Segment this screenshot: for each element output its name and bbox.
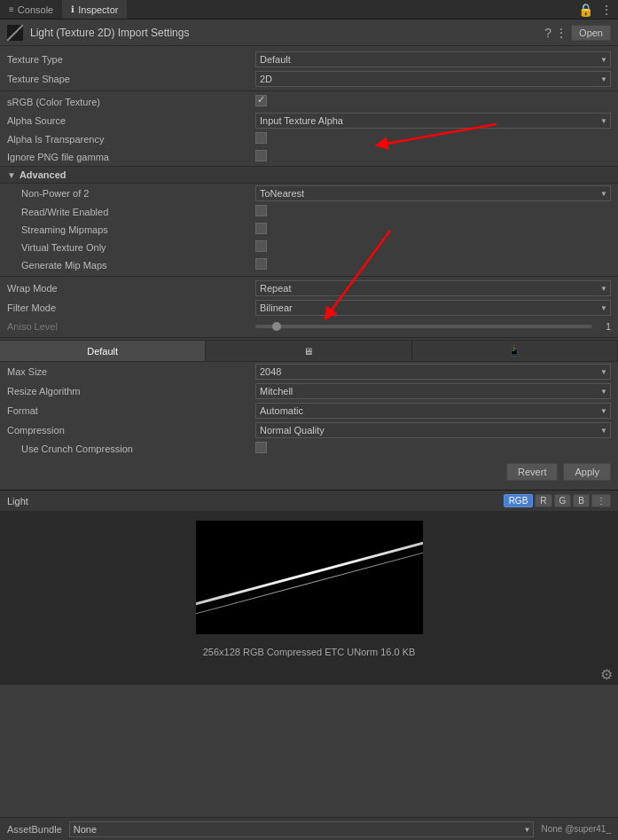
platform-tab-android[interactable]: 📱 — [412, 341, 618, 361]
b-button[interactable]: B — [573, 494, 590, 507]
r-button[interactable]: R — [535, 494, 552, 507]
alpha-transparency-label: Alpha Is Transparency — [7, 134, 255, 145]
generate-mip-checkbox[interactable] — [255, 258, 267, 270]
preview-title: Light — [7, 496, 504, 506]
crunch-checkbox[interactable] — [255, 442, 267, 453]
crunch-row: Use Crunch Compression — [0, 440, 618, 458]
non-power-row: Non-Power of 2 ToNearest — [0, 184, 618, 203]
preview-image-area — [0, 512, 618, 643]
aniso-level-label: Aniso Level — [7, 321, 255, 332]
generate-mip-value — [255, 258, 611, 272]
format-label: Format — [7, 405, 255, 416]
format-row: Format Automatic — [0, 401, 618, 420]
wrap-mode-dropdown[interactable]: Repeat — [255, 280, 611, 296]
filter-mode-label: Filter Mode — [7, 302, 255, 313]
advanced-section-label: Advanced — [20, 169, 66, 180]
aniso-level-value: 1 — [255, 321, 611, 332]
inspector-body: Texture Type Default Texture Shape 2D sR… — [0, 46, 618, 490]
ignore-png-label: Ignore PNG file gamma — [7, 152, 255, 162]
platform-tabs: Default 🖥 📱 — [0, 340, 618, 362]
platform-tab-default[interactable]: Default — [0, 341, 206, 361]
preview-info: 256x128 RGB Compressed ETC UNorm 16.0 KB — [0, 643, 618, 664]
filter-mode-dropdown-wrapper: Bilinear — [255, 300, 611, 316]
crunch-value — [255, 442, 611, 456]
texture-diagonal-2 — [196, 524, 423, 634]
resize-algo-dropdown-wrapper: Mitchell — [255, 383, 611, 399]
help-icon[interactable]: ? — [544, 26, 552, 40]
aniso-slider-row: 1 — [255, 321, 611, 332]
alpha-transparency-row: Alpha Is Transparency — [0, 130, 618, 148]
virtual-texture-checkbox[interactable] — [255, 240, 267, 252]
tab-inspector-label: Inspector — [78, 4, 118, 15]
format-dropdown[interactable]: Automatic — [255, 403, 611, 419]
advanced-section-toggle[interactable]: ▼ Advanced — [0, 166, 618, 184]
read-write-checkbox[interactable] — [255, 205, 267, 216]
filter-mode-row: Filter Mode Bilinear — [0, 298, 618, 318]
more-options-icon[interactable] — [598, 1, 614, 19]
asset-bundle-dropdown[interactable]: None — [69, 821, 535, 837]
compression-row: Compression Normal Quality — [0, 420, 618, 440]
max-size-dropdown[interactable]: 2048 — [255, 364, 611, 380]
texture-type-dropdown[interactable]: Default — [255, 51, 611, 67]
asset-bundle-dropdown-wrapper: None — [69, 821, 535, 837]
resize-algo-dropdown[interactable]: Mitchell — [255, 383, 611, 399]
streaming-mipmaps-row: Streaming Mipmaps — [0, 221, 618, 239]
platform-tab-pc-icon: 🖥 — [303, 346, 313, 357]
alpha-source-dropdown[interactable]: Input Texture Alpha — [255, 113, 611, 129]
max-size-label: Max Size — [7, 366, 255, 377]
aniso-level-row: Aniso Level 1 — [0, 318, 618, 335]
compression-dropdown[interactable]: Normal Quality — [255, 422, 611, 438]
max-size-row: Max Size 2048 — [0, 362, 618, 381]
open-button[interactable]: Open — [571, 25, 611, 41]
apply-button[interactable]: Apply — [563, 463, 611, 481]
lock-icon[interactable]: 🔒 — [576, 1, 595, 19]
read-write-label: Read/Write Enabled — [7, 207, 255, 217]
srgb-checkbox[interactable] — [255, 95, 267, 106]
tab-inspector[interactable]: ℹ Inspector — [62, 0, 127, 19]
g-button[interactable]: G — [554, 494, 572, 507]
ignore-png-checkbox[interactable] — [255, 150, 267, 161]
advanced-arrow-icon: ▼ — [7, 170, 16, 180]
alpha-transparency-value — [255, 132, 611, 146]
compression-dropdown-wrapper: Normal Quality — [255, 422, 611, 438]
resize-algo-row: Resize Algorithm Mitchell — [0, 381, 618, 401]
inspector-icon: ℹ — [71, 4, 74, 14]
platform-tab-default-label: Default — [87, 346, 118, 357]
filter-mode-dropdown[interactable]: Bilinear — [255, 300, 611, 316]
texture-type-dropdown-wrapper: Default — [255, 51, 611, 67]
preview-header: Light RGB R G B ⋮ — [0, 491, 618, 512]
settings-gear-icon[interactable]: ⚙ — [600, 666, 613, 683]
alpha-transparency-checkbox[interactable] — [255, 132, 267, 144]
virtual-texture-value — [255, 240, 611, 255]
streaming-mipmaps-value — [255, 223, 611, 237]
non-power-dropdown[interactable]: ToNearest — [255, 185, 611, 201]
platform-tab-pc[interactable]: 🖥 — [206, 341, 411, 361]
rgb-button[interactable]: RGB — [504, 494, 534, 507]
srgb-row: sRGB (Color Texture) — [0, 93, 618, 111]
alpha-source-row: Alpha Source Input Texture Alpha — [0, 111, 618, 130]
read-write-value — [255, 205, 611, 219]
preview-controls: RGB R G B ⋮ — [504, 494, 611, 507]
header-dots-icon[interactable]: ⋮ — [555, 26, 567, 40]
streaming-mipmaps-checkbox[interactable] — [255, 223, 267, 234]
platform-tab-android-icon: 📱 — [508, 345, 520, 357]
texture-shape-dropdown[interactable]: 2D — [255, 71, 611, 87]
aniso-slider[interactable] — [255, 325, 592, 328]
ignore-png-row: Ignore PNG file gamma — [0, 148, 618, 166]
aniso-slider-thumb[interactable] — [272, 322, 281, 331]
max-size-dropdown-wrapper: 2048 — [255, 364, 611, 380]
aniso-value: 1 — [598, 321, 611, 332]
revert-button[interactable]: Revert — [506, 463, 558, 481]
preview-dots-icon[interactable]: ⋮ — [591, 494, 611, 507]
texture-type-label: Texture Type — [7, 54, 255, 65]
alpha-source-dropdown-wrapper: Input Texture Alpha — [255, 113, 611, 129]
ignore-png-value — [255, 150, 611, 164]
wrap-mode-row: Wrap Mode Repeat — [0, 279, 618, 298]
texture-shape-dropdown-wrapper: 2D — [255, 71, 611, 87]
alpha-source-label: Alpha Source — [7, 115, 255, 126]
generate-mip-label: Generate Mip Maps — [7, 260, 255, 271]
wrap-mode-dropdown-wrapper: Repeat — [255, 280, 611, 296]
asset-bundle-bar: AssetBundle None None @super41_ — [0, 817, 618, 840]
preview-panel: Light RGB R G B ⋮ 256x128 RGB Compressed… — [0, 490, 618, 685]
tab-console[interactable]: ≡ Console — [0, 0, 62, 19]
